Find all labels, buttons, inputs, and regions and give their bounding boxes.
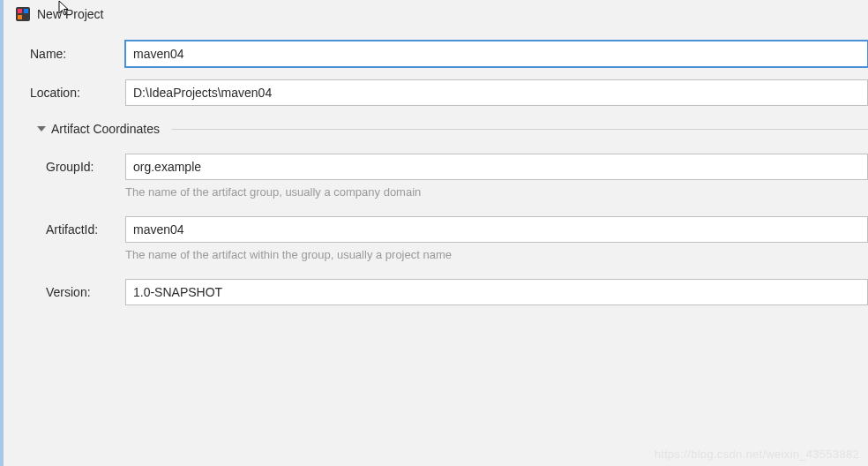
watermark: https://blog.csdn.net/weixin_43553882	[655, 447, 859, 461]
groupid-input[interactable]	[125, 154, 868, 180]
name-input[interactable]	[125, 41, 868, 67]
artifact-coordinates-toggle[interactable]: Artifact Coordinates	[30, 122, 868, 136]
svg-rect-3	[24, 9, 28, 13]
svg-rect-1	[18, 9, 22, 13]
location-row: Location:	[30, 79, 868, 106]
artifactid-row: ArtifactId:	[46, 216, 868, 243]
title-bar: New Project	[4, 0, 868, 32]
window-title: New Project	[37, 7, 103, 21]
version-label: Version:	[46, 285, 125, 299]
svg-rect-2	[18, 15, 22, 19]
groupid-hint: The name of the artifact group, usually …	[125, 185, 868, 199]
intellij-icon	[16, 7, 30, 21]
version-row: Version:	[46, 279, 868, 305]
location-label: Location:	[30, 86, 125, 100]
artifactid-label: ArtifactId:	[46, 222, 125, 237]
chevron-down-icon	[37, 126, 46, 132]
artifactid-hint: The name of the artifact within the grou…	[125, 248, 868, 261]
form-area: Name: Location: Artifact Coordinates Gro…	[4, 32, 868, 305]
version-input[interactable]	[125, 279, 868, 305]
groupid-label: GroupId:	[46, 160, 125, 174]
section-title: Artifact Coordinates	[51, 122, 160, 136]
name-row: Name:	[30, 41, 868, 67]
section-divider	[172, 129, 868, 130]
name-label: Name:	[30, 47, 125, 61]
artifact-coordinates-section: Artifact Coordinates GroupId: The name o…	[30, 122, 868, 305]
artifactid-input[interactable]	[125, 216, 868, 243]
groupid-row: GroupId:	[46, 154, 868, 180]
artifact-fields: GroupId: The name of the artifact group,…	[30, 154, 868, 305]
location-input[interactable]	[125, 79, 868, 106]
